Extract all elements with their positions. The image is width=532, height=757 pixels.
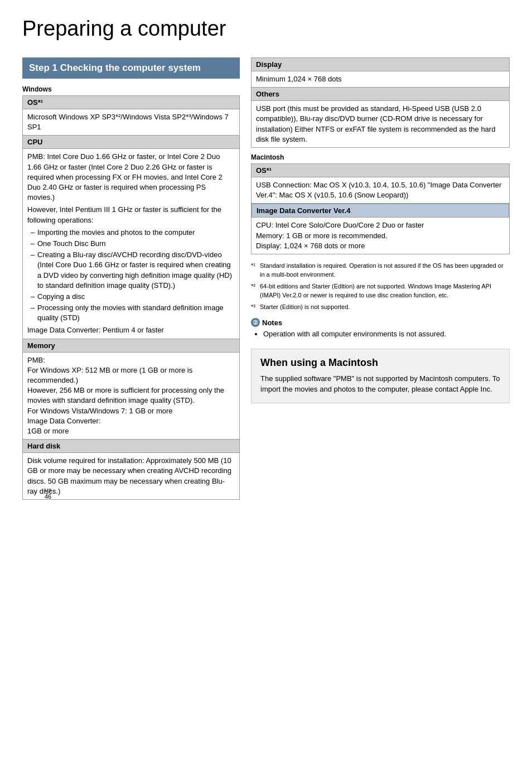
footnote-3: *³ Starter (Edition) is not supported.	[251, 302, 510, 312]
others-box: Others USB port (this must be provided a…	[251, 88, 510, 148]
footnotes: *¹ Standard installation is required. Op…	[251, 261, 510, 312]
os-box: OS*¹ Microsoft Windows XP SP3*²/Windows …	[22, 95, 240, 136]
memory-cell: PMB:For Windows XP: 512 MB or more (1 GB…	[23, 353, 239, 440]
others-header: Others	[252, 88, 509, 101]
mac-os-content: USB Connection: Mac OS X (v10.3, 10.4, 1…	[252, 177, 509, 203]
cpu-text3: Image Data Converter: Pentium 4 or faste…	[27, 325, 235, 335]
os-content: Microsoft Windows XP SP3*²/Windows Vista…	[23, 109, 239, 135]
harddisk-box: Hard disk Disk volume required for insta…	[22, 440, 240, 500]
cpu-bullet-3: Creating a Blu-ray disc/AVCHD recording …	[33, 250, 235, 291]
page-title: Preparing a computer	[22, 17, 510, 41]
cpu-cell: PMB: Intel Core Duo 1.66 GHz or faster, …	[23, 149, 239, 338]
when-macintosh-box: When using a Macintosh The supplied soft…	[251, 349, 510, 403]
cpu-box: CPU PMB: Intel Core Duo 1.66 GHz or fast…	[22, 136, 240, 339]
us-label: US	[45, 488, 52, 493]
image-data-content: CPU: Intel Core Solo/Core Duo/Core 2 Duo…	[252, 218, 509, 254]
notes-label: Notes	[262, 319, 282, 327]
cpu-bullet-1: Importing the movies and photos to the c…	[33, 228, 235, 238]
page-number: US 46	[45, 488, 52, 500]
cpu-bullet-2: One Touch Disc Burn	[33, 239, 235, 249]
windows-label: Windows	[22, 85, 240, 93]
right-column: Display Minimum 1,024 × 768 dots Others …	[251, 57, 510, 500]
image-data-box: Image Data Converter Ver.4 CPU: Intel Co…	[251, 204, 510, 254]
cpu-bullets: Importing the movies and photos to the c…	[27, 228, 235, 324]
display-content: Minimum 1,024 × 768 dots	[252, 71, 509, 87]
memory-text: PMB:For Windows XP: 512 MB or more (1 GB…	[27, 355, 235, 437]
when-macintosh-content: The supplied software "PMB" is not suppo…	[260, 373, 500, 395]
mac-os-header: OS*¹	[252, 164, 509, 177]
footnote-1: *¹ Standard installation is required. Op…	[251, 261, 510, 279]
image-data-header: Image Data Converter Ver.4	[252, 204, 509, 218]
memory-header: Memory	[23, 339, 239, 353]
notes-icon: ②	[251, 318, 260, 327]
memory-box: Memory PMB:For Windows XP: 512 MB or mor…	[22, 339, 240, 440]
cpu-text1: PMB: Intel Core Duo 1.66 GHz or faster, …	[27, 152, 235, 202]
notes-section: ② Notes Operation with all computer envi…	[251, 318, 510, 339]
step1-heading: Step 1 Checking the computer system	[22, 57, 240, 79]
macintosh-label: Macintosh	[251, 153, 510, 161]
mac-os-box: OS*¹ USB Connection: Mac OS X (v10.3, 10…	[251, 163, 510, 204]
display-header: Display	[252, 58, 509, 71]
others-content: USB port (this must be provided as stand…	[252, 101, 509, 147]
harddisk-cell: Disk volume required for installation: A…	[23, 453, 239, 499]
when-macintosh-heading: When using a Macintosh	[260, 357, 500, 369]
footnote-2: *² 64-bit editions and Starter (Edition)…	[251, 282, 510, 300]
notes-content: Operation with all computer environments…	[251, 329, 510, 339]
os-header: OS*¹	[23, 96, 239, 109]
notes-list: Operation with all computer environments…	[255, 329, 510, 339]
notes-item-1: Operation with all computer environments…	[263, 329, 510, 339]
harddisk-header: Hard disk	[23, 440, 239, 453]
image-data-text: CPU: Intel Core Solo/Core Duo/Core 2 Duo…	[256, 220, 505, 251]
notes-title: ② Notes	[251, 318, 510, 327]
cpu-text2: However, Intel Pentium III 1 GHz or fast…	[27, 205, 235, 225]
cpu-header: CPU	[23, 136, 239, 149]
cpu-bullet-5: Processing only the movies with standard…	[33, 303, 235, 323]
cpu-bullet-4: Copying a disc	[33, 292, 235, 302]
display-box: Display Minimum 1,024 × 768 dots	[251, 57, 510, 88]
page-num: 46	[45, 493, 51, 500]
left-column: Step 1 Checking the computer system Wind…	[22, 57, 240, 500]
